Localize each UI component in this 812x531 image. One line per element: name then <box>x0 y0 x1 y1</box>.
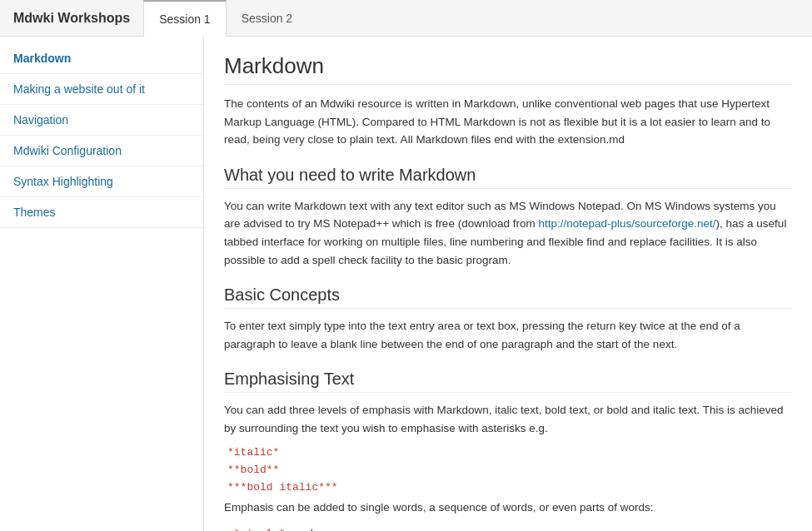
section-title-emphasising: Emphasising Text <box>224 370 792 393</box>
code-bold-italic: ***bold italic*** <box>224 481 792 494</box>
section-text-emphasising: You can add three levels of emphasis wit… <box>224 401 792 437</box>
code-italic: *italic* <box>224 446 792 459</box>
sidebar-item-syntax-highlighting[interactable]: Syntax Highlighting <box>0 166 203 197</box>
sidebar-item-mdwiki-config[interactable]: Mdwiki Configuration <box>0 136 203 166</box>
layout: Markdown Making a website out of it Navi… <box>0 37 812 531</box>
emphasis-a: a <box>224 527 233 531</box>
page-title: Markdown <box>224 53 792 85</box>
tab-session2[interactable]: Session 2 <box>227 0 307 37</box>
sidebar-item-making-website[interactable]: Making a website out of it <box>0 74 203 105</box>
tab-session1[interactable]: Session 1 <box>143 0 226 37</box>
emphasis-single-code: *single* <box>233 528 285 531</box>
emphasis-inline-example: a *single* word <box>224 524 792 531</box>
intro-text: The contents of an Mdwiki resource is wr… <box>224 95 792 149</box>
sidebar-item-markdown[interactable]: Markdown <box>0 43 203 74</box>
sidebar: Markdown Making a website out of it Navi… <box>0 37 204 531</box>
section-text-basic-concepts: To enter text simply type into the text … <box>224 317 792 353</box>
section-text-what-you-need: You can write Markdown text with any tex… <box>224 197 792 269</box>
app-title: Mdwki Workshops <box>0 11 143 26</box>
section-title-what-you-need: What you need to write Markdown <box>224 166 792 189</box>
emphasis-word: word <box>286 527 313 531</box>
section-text-emphasis-parts: Emphasis can be added to single words, a… <box>224 499 792 517</box>
code-bold: **bold** <box>224 464 792 476</box>
sidebar-item-themes[interactable]: Themes <box>0 197 203 228</box>
sidebar-item-navigation[interactable]: Navigation <box>0 105 203 136</box>
notepad-link[interactable]: http://notepad-plus/sourceforge.net/ <box>538 217 715 230</box>
header: Mdwki Workshops Session 1 Session 2 <box>0 0 812 37</box>
section-title-basic-concepts: Basic Concepts <box>224 285 792 309</box>
emphasis-parts-text: Emphasis can be added to single words, a… <box>224 501 654 514</box>
main-content: Markdown The contents of an Mdwiki resou… <box>204 37 812 531</box>
